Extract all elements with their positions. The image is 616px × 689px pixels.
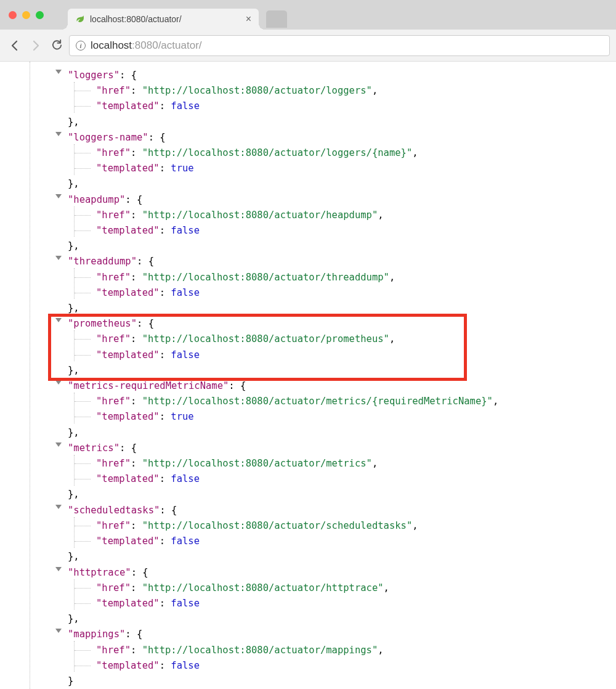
json-prop-href: "href": "http://localhost:8080/actuator/… [55,270,616,285]
json-href-value: "http://localhost:8080/actuator/threaddu… [142,272,389,283]
json-entry-mappings: "mappings": {"href": "http://localhost:8… [0,627,616,689]
json-prop-templated: "templated": false [55,99,616,114]
json-entry-prometheus: "prometheus": {"href": "http://localhost… [0,316,616,378]
json-prop-templated: "templated": false [55,348,616,363]
caret-down-icon[interactable] [55,318,62,322]
json-prop-templated: "templated": false [55,471,616,487]
json-href-value: "http://localhost:8080/actuator/mappings… [142,645,378,656]
json-href-value: "http://localhost:8080/actuator/metrics/… [142,396,493,407]
json-object-close: }, [55,611,616,627]
forward-button[interactable] [27,37,44,54]
json-href-value: "http://localhost:8080/actuator/metrics" [142,458,372,469]
json-prop-templated: "templated": false [55,223,616,238]
json-href-value: "http://localhost:8080/actuator/heapdump… [142,210,378,221]
browser-tab-active[interactable]: localhost:8080/actuator/ × [68,9,259,30]
json-entry-metrics: "metrics": {"href": "http://localhost:80… [0,441,616,503]
json-templated-value: true [171,163,193,174]
tab-title: localhost:8080/actuator/ [90,14,182,24]
json-prop-templated: "templated": false [55,596,616,611]
json-href-value: "http://localhost:8080/actuator/loggers/… [142,147,413,158]
json-prop-href: "href": "http://localhost:8080/actuator/… [55,394,616,409]
json-prop-href: "href": "http://localhost:8080/actuator/… [55,643,616,658]
json-object-close: }, [55,549,616,565]
address-bar[interactable]: i localhost:8080/actuator/ [69,35,610,56]
json-key: "loggers-name" [68,132,148,143]
json-key: "metrics" [68,442,120,454]
back-button[interactable] [6,37,23,54]
new-tab-button[interactable] [266,10,287,28]
json-prop-href: "href": "http://localhost:8080/actuator/… [55,456,616,471]
json-templated-value: false [171,660,200,671]
favicon-spring-icon [75,14,85,24]
close-window-icon[interactable] [9,11,17,19]
json-prop-templated: "templated": false [55,285,616,301]
json-prop-href: "href": "http://localhost:8080/actuator/… [55,145,616,161]
json-key: "prometheus" [68,318,137,329]
json-prop-templated: "templated": true [55,161,616,176]
json-key: "httptrace" [68,567,131,578]
json-prop-templated: "templated": false [55,534,616,549]
tab-bar: localhost:8080/actuator/ × [68,0,287,30]
json-templated-value: false [171,100,200,112]
json-prop-href: "href": "http://localhost:8080/actuator/… [55,581,616,596]
json-entry-metrics-requiredMetricName: "metrics-requiredMetricName": {"href": "… [0,378,616,441]
json-key: "loggers" [68,70,120,81]
json-templated-value: true [171,411,193,422]
json-templated-value: false [171,287,200,298]
browser-toolbar: i localhost:8080/actuator/ [0,30,616,62]
json-prop-href: "href": "http://localhost:8080/actuator/… [55,83,616,99]
json-object-open: "httptrace": { [55,565,616,581]
json-key: "scheduledtasks" [68,505,160,516]
json-templated-value: false [171,349,200,361]
json-key: "threaddump" [68,256,137,267]
json-key: "metrics-requiredMetricName" [68,380,229,391]
json-object-open: "metrics-requiredMetricName": { [55,378,616,394]
caret-down-icon[interactable] [55,442,62,447]
json-object-close: }, [55,425,616,441]
json-key: "heapdump" [68,194,125,205]
json-href-value: "http://localhost:8080/actuator/httptrac… [142,582,384,593]
json-object-close: }, [55,176,616,192]
json-object-close: }, [55,238,616,254]
caret-down-icon[interactable] [55,256,62,260]
json-object-open: "loggers-name": { [55,130,616,145]
close-tab-icon[interactable]: × [246,14,251,25]
json-object-open: "threaddump": { [55,254,616,269]
json-prop-templated: "templated": false [55,658,616,674]
site-info-icon[interactable]: i [76,41,86,51]
address-path: :8080/actuator/ [132,39,201,51]
window-controls [9,11,44,19]
caret-down-icon[interactable] [55,132,62,136]
caret-down-icon[interactable] [55,194,62,198]
address-host: localhost [91,39,132,51]
caret-down-icon[interactable] [55,380,62,385]
maximize-window-icon[interactable] [36,11,44,19]
json-object-close: }, [55,115,616,130]
json-object-open: "loggers": { [55,68,616,83]
json-prop-href: "href": "http://localhost:8080/actuator/… [55,332,616,347]
json-object-close: }, [55,363,616,378]
json-object-open: "metrics": { [55,441,616,456]
minimize-window-icon[interactable] [22,11,30,19]
json-key: "mappings" [68,629,125,640]
json-object-open: "scheduledtasks": { [55,503,616,518]
json-object-open: "heapdump": { [55,192,616,208]
json-viewer: "loggers": {"href": "http://localhost:80… [0,62,616,689]
caret-down-icon[interactable] [55,70,62,74]
browser-titlebar: localhost:8080/actuator/ × [0,0,616,30]
json-href-value: "http://localhost:8080/actuator/promethe… [142,333,389,344]
json-entry-threaddump: "threaddump": {"href": "http://localhost… [0,254,616,316]
json-entry-httptrace: "httptrace": {"href": "http://localhost:… [0,565,616,627]
json-entry-scheduledtasks: "scheduledtasks": {"href": "http://local… [0,503,616,565]
reload-button[interactable] [48,37,65,54]
address-text: localhost:8080/actuator/ [91,39,202,52]
json-prop-href: "href": "http://localhost:8080/actuator/… [55,208,616,223]
caret-down-icon[interactable] [55,629,62,633]
json-entry-loggers: "loggers": {"href": "http://localhost:80… [0,68,616,130]
json-object-open: "mappings": { [55,627,616,642]
caret-down-icon[interactable] [55,505,62,509]
json-templated-value: false [171,536,200,547]
caret-down-icon[interactable] [55,567,62,571]
json-href-value: "http://localhost:8080/actuator/loggers" [142,85,372,96]
json-object-close: }, [55,301,616,316]
